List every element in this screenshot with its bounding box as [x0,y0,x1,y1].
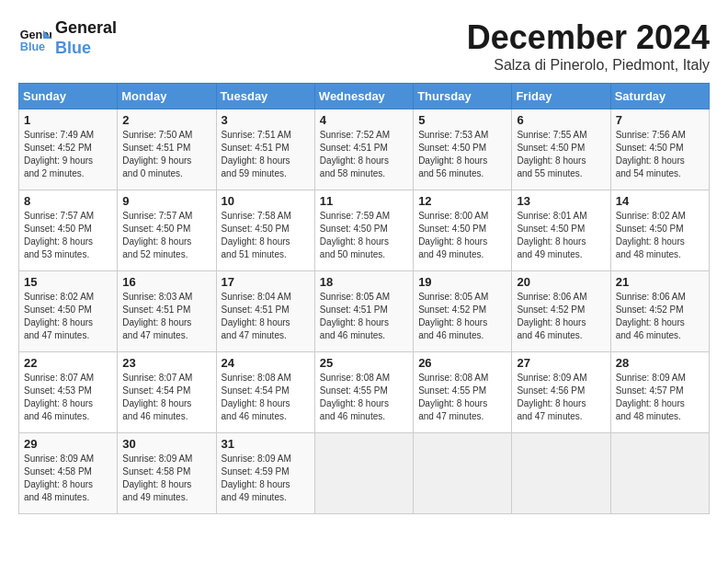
weekday-header: Saturday [610,84,709,109]
calendar-cell: 5Sunrise: 7:53 AMSunset: 4:50 PMDaylight… [414,109,512,190]
calendar-cell [610,433,709,514]
day-info: Sunrise: 7:49 AMSunset: 4:52 PMDaylight:… [24,129,112,180]
day-info: Sunrise: 8:02 AMSunset: 4:50 PMDaylight:… [616,210,704,261]
weekday-header: Sunday [19,84,118,109]
calendar-cell: 2Sunrise: 7:50 AMSunset: 4:51 PMDaylight… [118,109,216,190]
weekday-header: Friday [512,84,610,109]
day-number: 29 [24,437,112,451]
day-number: 3 [222,113,310,127]
calendar-cell: 22Sunrise: 8:07 AMSunset: 4:53 PMDayligh… [19,352,118,433]
calendar-header: SundayMondayTuesdayWednesdayThursdayFrid… [19,84,710,109]
logo: General Blue GeneralBlue [18,18,117,58]
calendar-cell: 9Sunrise: 7:57 AMSunset: 4:50 PMDaylight… [118,190,216,271]
day-number: 5 [418,113,506,127]
day-info: Sunrise: 8:04 AMSunset: 4:51 PMDaylight:… [222,291,310,342]
month-title: December 2024 [467,18,710,57]
day-info: Sunrise: 7:57 AMSunset: 4:50 PMDaylight:… [122,210,210,261]
calendar-cell [512,433,610,514]
calendar-cell: 23Sunrise: 8:07 AMSunset: 4:54 PMDayligh… [118,352,216,433]
day-number: 26 [418,356,506,370]
calendar-week: 22Sunrise: 8:07 AMSunset: 4:53 PMDayligh… [19,352,710,433]
day-number: 14 [616,194,704,208]
day-info: Sunrise: 7:53 AMSunset: 4:50 PMDaylight:… [418,129,506,180]
calendar-week: 8Sunrise: 7:57 AMSunset: 4:50 PMDaylight… [19,190,710,271]
day-number: 1 [24,113,112,127]
logo-icon: General Blue [18,22,51,55]
calendar-week: 15Sunrise: 8:02 AMSunset: 4:50 PMDayligh… [19,271,710,352]
calendar-body: 1Sunrise: 7:49 AMSunset: 4:52 PMDaylight… [19,109,710,514]
day-number: 20 [517,275,605,289]
calendar-cell: 7Sunrise: 7:56 AMSunset: 4:50 PMDaylight… [610,109,709,190]
day-info: Sunrise: 8:09 AMSunset: 4:57 PMDaylight:… [616,372,704,423]
day-info: Sunrise: 8:09 AMSunset: 4:59 PMDaylight:… [222,453,310,504]
day-number: 7 [616,113,704,127]
day-number: 19 [418,275,506,289]
title-section: December 2024 Salza di Pinerolo, Piedmon… [467,18,710,74]
day-info: Sunrise: 8:09 AMSunset: 4:56 PMDaylight:… [517,372,605,423]
calendar-cell: 29Sunrise: 8:09 AMSunset: 4:58 PMDayligh… [19,433,118,514]
day-number: 30 [122,437,210,451]
day-number: 12 [418,194,506,208]
calendar-week: 1Sunrise: 7:49 AMSunset: 4:52 PMDaylight… [19,109,710,190]
calendar-cell: 15Sunrise: 8:02 AMSunset: 4:50 PMDayligh… [19,271,118,352]
calendar-cell: 8Sunrise: 7:57 AMSunset: 4:50 PMDaylight… [19,190,118,271]
day-number: 28 [616,356,704,370]
day-number: 2 [122,113,210,127]
day-info: Sunrise: 8:00 AMSunset: 4:50 PMDaylight:… [418,210,506,261]
calendar-cell: 28Sunrise: 8:09 AMSunset: 4:57 PMDayligh… [610,352,709,433]
day-info: Sunrise: 8:09 AMSunset: 4:58 PMDaylight:… [24,453,112,504]
day-number: 16 [122,275,210,289]
calendar-cell: 19Sunrise: 8:05 AMSunset: 4:52 PMDayligh… [414,271,512,352]
calendar-cell [314,433,413,514]
calendar-cell: 30Sunrise: 8:09 AMSunset: 4:58 PMDayligh… [118,433,216,514]
calendar-cell: 3Sunrise: 7:51 AMSunset: 4:51 PMDaylight… [216,109,314,190]
calendar-cell: 20Sunrise: 8:06 AMSunset: 4:52 PMDayligh… [512,271,610,352]
day-info: Sunrise: 8:01 AMSunset: 4:50 PMDaylight:… [517,210,605,261]
calendar-cell: 27Sunrise: 8:09 AMSunset: 4:56 PMDayligh… [512,352,610,433]
svg-text:Blue: Blue [20,40,45,52]
day-info: Sunrise: 8:05 AMSunset: 4:51 PMDaylight:… [320,291,408,342]
calendar-cell: 4Sunrise: 7:52 AMSunset: 4:51 PMDaylight… [314,109,413,190]
day-info: Sunrise: 7:55 AMSunset: 4:50 PMDaylight:… [517,129,605,180]
day-info: Sunrise: 8:07 AMSunset: 4:54 PMDaylight:… [122,372,210,423]
day-number: 9 [122,194,210,208]
calendar-cell: 26Sunrise: 8:08 AMSunset: 4:55 PMDayligh… [414,352,512,433]
day-info: Sunrise: 8:08 AMSunset: 4:54 PMDaylight:… [222,372,310,423]
calendar-cell: 6Sunrise: 7:55 AMSunset: 4:50 PMDaylight… [512,109,610,190]
day-number: 10 [222,194,310,208]
weekday-header: Thursday [414,84,512,109]
weekday-header: Monday [118,84,216,109]
day-info: Sunrise: 8:08 AMSunset: 4:55 PMDaylight:… [320,372,408,423]
day-number: 13 [517,194,605,208]
calendar-cell: 10Sunrise: 7:58 AMSunset: 4:50 PMDayligh… [216,190,314,271]
day-info: Sunrise: 8:06 AMSunset: 4:52 PMDaylight:… [517,291,605,342]
day-number: 8 [24,194,112,208]
day-info: Sunrise: 7:50 AMSunset: 4:51 PMDaylight:… [122,129,210,180]
day-number: 18 [320,275,408,289]
day-info: Sunrise: 8:09 AMSunset: 4:58 PMDaylight:… [122,453,210,504]
day-number: 6 [517,113,605,127]
calendar-cell: 13Sunrise: 8:01 AMSunset: 4:50 PMDayligh… [512,190,610,271]
calendar-cell: 17Sunrise: 8:04 AMSunset: 4:51 PMDayligh… [216,271,314,352]
calendar-cell: 14Sunrise: 8:02 AMSunset: 4:50 PMDayligh… [610,190,709,271]
calendar-table: SundayMondayTuesdayWednesdayThursdayFrid… [18,83,710,514]
calendar-cell: 24Sunrise: 8:08 AMSunset: 4:54 PMDayligh… [216,352,314,433]
day-info: Sunrise: 7:58 AMSunset: 4:50 PMDaylight:… [222,210,310,261]
day-number: 31 [222,437,310,451]
day-info: Sunrise: 8:05 AMSunset: 4:52 PMDaylight:… [418,291,506,342]
calendar-cell: 11Sunrise: 7:59 AMSunset: 4:50 PMDayligh… [314,190,413,271]
day-number: 25 [320,356,408,370]
calendar-cell: 18Sunrise: 8:05 AMSunset: 4:51 PMDayligh… [314,271,413,352]
calendar-cell: 25Sunrise: 8:08 AMSunset: 4:55 PMDayligh… [314,352,413,433]
day-info: Sunrise: 8:02 AMSunset: 4:50 PMDaylight:… [24,291,112,342]
day-number: 21 [616,275,704,289]
day-number: 17 [222,275,310,289]
day-number: 11 [320,194,408,208]
day-info: Sunrise: 7:59 AMSunset: 4:50 PMDaylight:… [320,210,408,261]
header: General Blue GeneralBlue December 2024 S… [18,18,710,74]
day-number: 4 [320,113,408,127]
calendar-cell: 21Sunrise: 8:06 AMSunset: 4:52 PMDayligh… [610,271,709,352]
day-number: 22 [24,356,112,370]
weekday-header: Wednesday [314,84,413,109]
day-number: 23 [122,356,210,370]
